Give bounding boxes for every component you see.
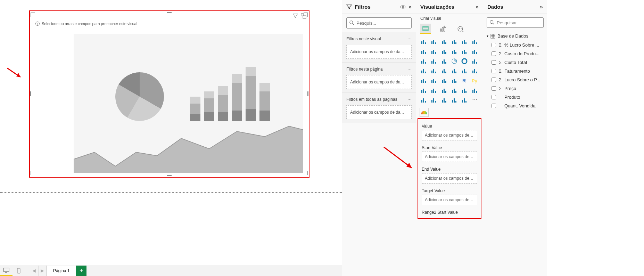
viz-type-ribbon[interactable] — [471, 47, 479, 56]
visual-hint-bar: i Selecione ou arraste campos para preen… — [35, 22, 137, 26]
field-checkbox[interactable] — [492, 69, 496, 73]
data-field-item[interactable]: Quant. Vendida — [483, 102, 547, 110]
viz-type-stacked-100-column[interactable] — [471, 38, 479, 46]
data-field-item[interactable]: ΣFaturamento — [483, 67, 547, 75]
viz-type-py[interactable]: Py — [471, 76, 479, 85]
resize-handle-bl[interactable] — [31, 171, 35, 175]
format-visual-tab[interactable] — [438, 24, 448, 34]
field-checkbox[interactable] — [492, 60, 496, 65]
viz-type-line[interactable] — [420, 47, 428, 56]
field-well-dropzone[interactable]: Adicionar os campos de da... — [422, 195, 477, 205]
viz-type-paginated[interactable] — [460, 86, 469, 95]
viz-type-arcgis[interactable] — [460, 96, 469, 104]
viz-type-table[interactable] — [440, 76, 448, 85]
viz-type-scatter[interactable] — [440, 57, 448, 65]
viz-type-r[interactable]: R — [460, 76, 469, 85]
filter-all-dropzone[interactable]: Adicionar os campos de da... — [346, 105, 412, 119]
data-table-node[interactable]: ▾ Base de Dados — [483, 31, 547, 41]
visual-placeholder-frame[interactable]: i Selecione ou arraste campos para preen… — [31, 13, 308, 175]
resize-handle-r[interactable] — [307, 91, 308, 96]
more-options-icon[interactable]: ⋯ — [407, 36, 412, 41]
field-checkbox[interactable] — [492, 104, 496, 108]
collapse-pane-icon[interactable]: » — [408, 4, 412, 10]
viz-type-slicer[interactable] — [430, 76, 438, 85]
data-field-item[interactable]: Produto — [483, 93, 547, 102]
viz-type-narrative[interactable] — [450, 86, 459, 95]
viz-type-globe[interactable] — [440, 96, 448, 104]
viz-type-clustered-column[interactable] — [450, 38, 459, 46]
report-canvas[interactable]: i Selecione ou arraste campos para preen… — [0, 0, 342, 219]
filter-page-dropzone[interactable]: Adicionar os campos de da... — [346, 75, 412, 89]
data-search-input[interactable] — [497, 20, 540, 25]
data-field-item[interactable]: Σ% Lucro Sobre ... — [483, 41, 547, 49]
viz-type-kpi[interactable] — [420, 76, 428, 85]
viz-type-more[interactable]: ⋯ — [471, 96, 479, 104]
field-checkbox[interactable] — [492, 95, 496, 99]
mobile-layout-button[interactable] — [13, 266, 25, 276]
data-field-item[interactable]: ΣCusto Total — [483, 58, 547, 67]
prev-page-button[interactable]: ◄ — [30, 266, 38, 276]
viz-type-funnel[interactable] — [430, 57, 438, 65]
field-well-dropzone[interactable]: Adicionar os campos de da... — [422, 173, 477, 184]
field-checkbox[interactable] — [492, 43, 496, 47]
build-visual-tab[interactable] — [420, 24, 431, 34]
data-field-item[interactable]: ΣLucro Sobre o P... — [483, 75, 547, 84]
filters-search-input[interactable] — [356, 21, 408, 26]
viz-type-qna[interactable] — [440, 86, 448, 95]
filter-visual-dropzone[interactable]: Adicionar os campos de da... — [346, 45, 412, 59]
custom-visual-button[interactable] — [420, 108, 429, 117]
viz-type-goals[interactable] — [471, 86, 479, 95]
viz-type-treemap[interactable] — [471, 57, 479, 65]
viz-type-power-automate[interactable] — [420, 96, 428, 104]
svg-rect-71 — [472, 51, 473, 54]
page-tab[interactable]: Página 1 — [47, 266, 76, 276]
viz-type-decomposition[interactable] — [430, 86, 438, 95]
resize-handle-t[interactable] — [167, 12, 172, 13]
resize-handle-tl[interactable] — [31, 13, 35, 17]
filter-icon[interactable] — [292, 13, 298, 19]
resize-handle-l[interactable] — [30, 91, 31, 96]
viz-type-matrix[interactable] — [450, 76, 459, 85]
resize-handle-b[interactable] — [167, 175, 172, 176]
more-options-icon[interactable]: ⋯ — [407, 97, 412, 102]
filters-search-box[interactable] — [346, 17, 412, 29]
collapse-pane-icon[interactable]: » — [476, 4, 479, 10]
field-well-dropzone[interactable]: Adicionar os campos de da... — [422, 130, 477, 140]
viz-type-apps[interactable] — [430, 96, 438, 104]
viz-type-shape[interactable] — [450, 96, 459, 104]
data-field-item[interactable]: ΣPreço — [483, 84, 547, 93]
field-checkbox[interactable] — [492, 51, 496, 56]
viz-type-stacked-area[interactable] — [440, 47, 448, 56]
viz-type-line-stacked[interactable] — [460, 47, 469, 56]
next-page-button[interactable]: ► — [38, 266, 47, 276]
viz-type-stacked-100-bar[interactable] — [440, 38, 448, 46]
viz-type-card[interactable] — [460, 67, 469, 75]
resize-handle-br[interactable] — [304, 171, 308, 175]
viz-type-donut[interactable] — [460, 57, 469, 65]
field-checkbox[interactable] — [492, 78, 496, 82]
field-well-dropzone[interactable]: Adicionar os campos de da... — [422, 152, 477, 162]
viz-type-filled-map[interactable] — [430, 67, 438, 75]
viz-type-line-clustered[interactable] — [450, 47, 459, 56]
viz-type-clustered-bar[interactable] — [430, 38, 438, 46]
data-search-box[interactable] — [487, 17, 544, 28]
viz-type-multi-card[interactable] — [471, 67, 479, 75]
viz-type-area[interactable] — [430, 47, 438, 56]
viz-type-waterfall[interactable] — [420, 57, 428, 65]
viz-type-azure-map[interactable] — [440, 67, 448, 75]
field-checkbox[interactable] — [492, 86, 496, 91]
more-options-icon[interactable]: ⋯ — [407, 67, 412, 72]
analytics-tab[interactable] — [455, 24, 465, 34]
eye-icon[interactable] — [400, 4, 406, 10]
desktop-layout-button[interactable] — [0, 266, 13, 276]
viz-type-stacked-bar[interactable] — [420, 38, 428, 46]
viz-type-map[interactable] — [420, 67, 428, 75]
add-page-button[interactable]: + — [76, 266, 86, 276]
collapse-pane-icon[interactable]: » — [540, 4, 543, 10]
viz-type-pie[interactable] — [450, 57, 459, 65]
data-field-item[interactable]: ΣCusto do Produ... — [483, 49, 547, 58]
viz-type-gauge[interactable] — [450, 67, 459, 75]
viz-type-key-influencers[interactable] — [420, 86, 428, 95]
viz-type-stacked-column[interactable] — [460, 38, 469, 46]
focus-mode-icon[interactable] — [301, 13, 306, 19]
